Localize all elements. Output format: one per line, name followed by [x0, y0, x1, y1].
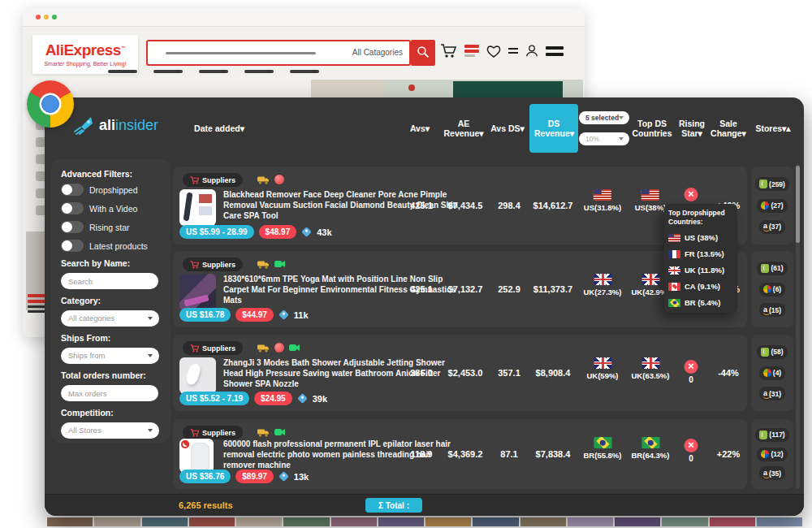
shopify-stores-badge[interactable]: (58)	[757, 345, 787, 359]
amazon-stores-badge[interactable]: a(15)	[759, 303, 785, 317]
cart-icon	[190, 176, 199, 184]
column-stores[interactable]: Stores▾▴	[755, 123, 790, 133]
scrollbar-track[interactable]	[796, 164, 800, 489]
chrome-icon[interactable]	[27, 80, 74, 128]
column-ae-revenue[interactable]: AE Revenue▾	[443, 119, 484, 138]
ae-revenue-value: $7,132.7	[448, 284, 483, 294]
aliexpress-search-bar[interactable]: All Catagories	[146, 40, 411, 66]
rising-star-toggle[interactable]	[61, 221, 84, 233]
cart-icon	[190, 261, 199, 269]
ae-revenue-value: $2,453.0	[448, 368, 483, 378]
column-rising-star[interactable]: Rising Star▾	[676, 119, 708, 138]
suppliers-button[interactable]: Suppliers	[183, 426, 243, 439]
category-dropdown-label[interactable]: All Catagories	[352, 48, 403, 57]
column-top-ds-countries[interactable]: Top DS Countries	[629, 119, 675, 138]
orders-count: 39k	[313, 394, 327, 404]
search-button[interactable]	[411, 40, 435, 66]
ships-from-select[interactable]: Ships from	[61, 348, 159, 364]
ae-revenue-value: $4,369.2	[448, 449, 483, 459]
search-by-name-input[interactable]	[61, 273, 158, 289]
top-country-2[interactable]: BR(64.3%)	[632, 437, 670, 460]
aliinsider-logo[interactable]: aliinsider	[73, 115, 158, 135]
top-country-1: US(31.8%)	[584, 189, 621, 212]
stores-card: (61) (6) a(15)	[751, 251, 793, 327]
ae-revenue-value: $7,434.5	[448, 201, 483, 210]
maximize-window-dot[interactable]	[52, 15, 57, 19]
us-flag-icon	[668, 234, 680, 242]
account-icon[interactable]	[525, 44, 539, 58]
product-thumbnail[interactable]	[179, 189, 216, 226]
ebay-stores-badge[interactable]: (4)	[759, 366, 785, 380]
amazon-stores-badge[interactable]: a(31)	[759, 387, 785, 400]
menu-icon[interactable]	[546, 46, 564, 56]
minimize-window-dot[interactable]	[44, 15, 49, 19]
ebay-stores-badge[interactable]: (27)	[757, 199, 787, 213]
filter-dropshipped[interactable]: Dropshipped	[61, 184, 161, 196]
scrollbar-thumb[interactable]	[796, 166, 800, 243]
suppliers-label: Suppliers	[202, 261, 235, 269]
product-thumbnail[interactable]	[179, 439, 214, 473]
cart-icon	[190, 429, 199, 437]
br-flag-icon	[668, 299, 680, 307]
suppliers-label: Suppliers	[202, 176, 235, 184]
product-thumbnail[interactable]	[179, 274, 216, 310]
shopify-stores-badge[interactable]: (61)	[757, 262, 787, 275]
suppliers-label: Suppliers	[202, 344, 235, 353]
close-window-dot[interactable]	[36, 15, 41, 19]
with-video-toggle[interactable]	[61, 202, 84, 214]
tooltip-entry: UK (11.8%)	[668, 266, 733, 275]
column-ds-revenue-active[interactable]: DS Revenue▾	[529, 104, 578, 153]
price-range-badge: US $5.99 - 28.99	[179, 225, 254, 239]
suppliers-button[interactable]: Suppliers	[183, 173, 243, 187]
amazon-stores-badge[interactable]: a(35)	[759, 466, 785, 480]
price-range-badge: US $36.76	[179, 470, 231, 483]
sale-change-value: +22%	[717, 449, 740, 459]
top-country-2[interactable]: US(38%)	[635, 189, 667, 212]
browser-titlebar	[23, 8, 585, 27]
nav-menu-placeholder	[108, 70, 319, 73]
product-thumbnail[interactable]	[179, 357, 216, 394]
amazon-stores-badge[interactable]: a(37)	[759, 220, 785, 234]
dropshipped-toggle[interactable]	[61, 184, 84, 196]
ships-from-label: Ships From:	[61, 333, 161, 343]
column-avs[interactable]: Avs▾	[410, 123, 430, 133]
wishlist-heart-icon[interactable]	[486, 44, 502, 58]
percent-dropdown[interactable]: 10%	[579, 132, 629, 145]
country-share-label: US(31.8%)	[584, 203, 621, 212]
shopify-stores-badge[interactable]: (259)	[755, 177, 789, 191]
product-row[interactable]: Suppliers 600000 flash professional perm…	[173, 419, 793, 489]
top-country-1: UK(27.3%)	[584, 274, 622, 296]
ebay-stores-badge[interactable]: (12)	[757, 448, 787, 461]
column-avs-ds[interactable]: Avs DS▾	[490, 123, 525, 133]
latest-products-toggle[interactable]	[61, 240, 84, 252]
top-dropshipped-tooltip: Top Dropshipped Countries: US (38%) FR (…	[664, 204, 737, 313]
price-range-badge: US $5.52 - 7.19	[179, 392, 249, 405]
suppliers-button[interactable]: Suppliers	[183, 258, 243, 271]
store-count: (15)	[769, 306, 781, 314]
competition-select[interactable]: All Stores	[61, 422, 159, 439]
filter-rising-star[interactable]: Rising star	[61, 221, 161, 233]
avs-ds-value: 87.1	[500, 449, 517, 459]
aliexpress-logo[interactable]: AliExpress™	[32, 41, 138, 59]
stores-card: (259) (27) a(37)	[751, 167, 793, 245]
top-country-2[interactable]: UK(63.5%)	[632, 357, 670, 380]
ds-revenue-value: $7,838.4	[536, 449, 571, 459]
toggle-label: Latest products	[89, 241, 148, 251]
filter-latest-products[interactable]: Latest products	[61, 240, 161, 252]
suppliers-button[interactable]: Suppliers	[183, 341, 243, 355]
ds-revenue-value: $11,373.7	[533, 284, 572, 294]
shopify-stores-badge[interactable]: (117)	[755, 428, 788, 442]
max-orders-input[interactable]	[61, 385, 158, 401]
filter-with-video[interactable]: With a Video	[61, 202, 161, 214]
total-button[interactable]: Σ Total :	[365, 498, 422, 513]
countries-selected-dropdown[interactable]: 5 selected	[579, 111, 629, 124]
price-row: US $5.99 - 28.99 $48.97 43k	[179, 225, 332, 239]
column-date-added[interactable]: Date added▾	[194, 123, 244, 133]
category-select[interactable]: All categories	[61, 310, 159, 327]
product-row[interactable]: Suppliers ZhangJi 3 Modes Bath Shower Ad…	[173, 335, 793, 411]
ebay-stores-badge[interactable]: (6)	[759, 283, 785, 296]
filters-sidebar: Advanced Filters: Dropshipped With a Vid…	[51, 159, 171, 443]
cart-icon[interactable]	[440, 43, 458, 58]
orders-list-icon[interactable]	[464, 45, 479, 57]
column-sale-change[interactable]: Sale Change▾	[709, 119, 748, 138]
